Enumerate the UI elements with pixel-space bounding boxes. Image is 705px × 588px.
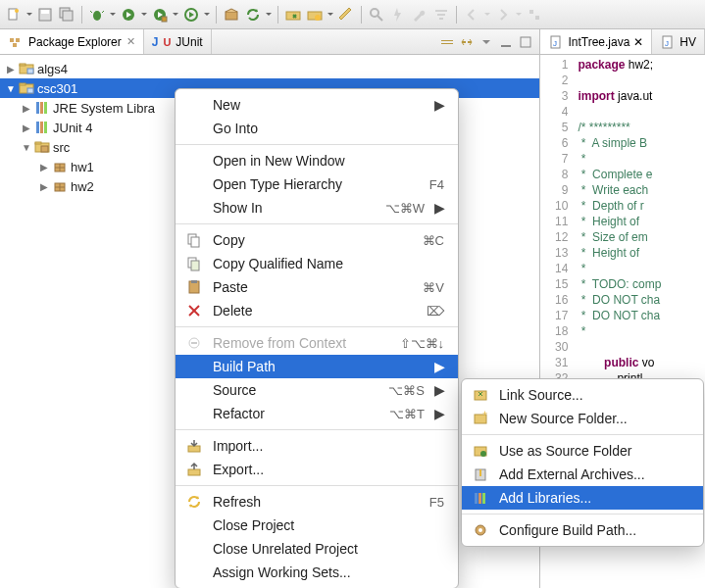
tab-package-explorer[interactable]: Package Explorer ✕: [0, 29, 144, 54]
menu-item-refresh[interactable]: RefreshF5: [176, 490, 458, 514]
close-icon[interactable]: ✕: [126, 35, 135, 48]
menu-label: Delete: [213, 303, 393, 318]
submenu-arrow-icon: ▶: [434, 359, 444, 374]
twisty-icon[interactable]: ▶: [22, 122, 31, 133]
wrench-icon[interactable]: [410, 5, 429, 24]
svg-rect-33: [27, 69, 33, 74]
step-icon[interactable]: [525, 5, 544, 24]
menu-item-show-in[interactable]: Show In⌥⌘W▶: [176, 196, 458, 220]
svg-rect-29: [501, 45, 511, 47]
cycle-icon[interactable]: [243, 5, 263, 24]
accelerator: ⌥⌘S: [388, 383, 425, 398]
menu-item-close-unrelated-project[interactable]: Close Unrelated Project: [176, 537, 458, 561]
menu-item-close-project[interactable]: Close Project: [176, 514, 458, 537]
twisty-icon[interactable]: ▶: [39, 162, 49, 172]
tree-label: hw1: [71, 160, 94, 174]
menu-item-open-in-new-window[interactable]: Open in New Window: [176, 149, 458, 172]
menu-label: Export...: [213, 462, 444, 477]
twisty-icon[interactable]: ▼: [22, 142, 31, 153]
menu-item-delete[interactable]: Delete⌦: [176, 299, 458, 322]
new-icon[interactable]: [4, 5, 24, 24]
menu-item-refactor[interactable]: Refactor⌥⌘T▶: [176, 402, 458, 425]
svg-point-75: [478, 528, 482, 532]
svg-rect-24: [10, 38, 14, 42]
menu-icon[interactable]: [478, 34, 494, 50]
context-submenu: Link Source...+New Source Folder...Use a…: [461, 378, 704, 547]
menu-item-remove-from-context: Remove from Context⇧⌥⌘↓: [176, 331, 458, 355]
menu-item-source[interactable]: Source⌥⌘S▶: [176, 378, 458, 402]
svg-rect-45: [41, 146, 48, 152]
tree-label: algs4: [37, 62, 68, 76]
menu-item-add-external-archives[interactable]: Add External Archives...: [462, 463, 703, 486]
menu-label: Configure Build Path...: [499, 522, 689, 538]
maximize-icon[interactable]: [518, 34, 533, 50]
svg-text:+: +: [482, 411, 487, 418]
svg-text:J: J: [665, 39, 669, 48]
save-icon[interactable]: [35, 5, 55, 24]
svg-rect-20: [437, 14, 445, 16]
folder-green-icon[interactable]: [283, 5, 303, 24]
menu-item-go-into[interactable]: Go Into: [176, 117, 458, 140]
package-icon[interactable]: [222, 5, 241, 24]
filter-icon[interactable]: [431, 5, 451, 24]
menu-item-open-type-hierarchy[interactable]: Open Type HierarchyF4: [176, 172, 458, 196]
accelerator: ⇧⌥⌘↓: [400, 336, 445, 351]
link-icon[interactable]: [459, 34, 475, 50]
svg-rect-30: [521, 37, 530, 47]
view-header: Package Explorer ✕ JU JUnit: [0, 29, 539, 55]
tree-label: JRE System Libra: [53, 101, 155, 116]
menu-item-copy[interactable]: Copy⌘C: [176, 228, 458, 252]
menu-item-configure-build-path[interactable]: Configure Build Path...: [462, 518, 703, 542]
run-ext-icon[interactable]: [150, 5, 170, 24]
menu-label: Add External Archives...: [499, 466, 689, 482]
flash-icon[interactable]: [388, 5, 408, 24]
usesrc-icon: [472, 443, 489, 459]
submenu-arrow-icon: ▶: [434, 382, 444, 398]
tree-item-algs4[interactable]: ▶algs4: [0, 59, 539, 78]
svg-rect-23: [535, 16, 539, 20]
twisty-icon[interactable]: ▶: [6, 64, 16, 74]
tab-junit[interactable]: JU JUnit: [144, 29, 212, 54]
menu-item-build-path[interactable]: Build Path▶: [176, 355, 458, 378]
main-toolbar: [0, 0, 705, 29]
svg-rect-72: [478, 493, 481, 504]
menu-item-copy-qualified-name[interactable]: Copy Qualified Name: [176, 252, 458, 275]
menu-item-import[interactable]: Import...: [176, 434, 458, 458]
twisty-icon[interactable]: ▼: [6, 83, 16, 94]
run-last-icon[interactable]: [181, 5, 201, 24]
save-all-icon[interactable]: [57, 5, 76, 24]
folder-yellow-icon[interactable]: [305, 5, 325, 24]
collapse-icon[interactable]: [439, 34, 455, 50]
bug-icon[interactable]: [87, 5, 107, 24]
menu-item-new-source-folder[interactable]: +New Source Folder...: [462, 407, 703, 430]
menu-item-export[interactable]: Export...: [176, 458, 458, 481]
svg-rect-71: [475, 493, 478, 504]
minimize-icon[interactable]: [498, 34, 514, 50]
twisty-icon[interactable]: ▶: [22, 103, 31, 114]
svg-rect-53: [191, 237, 199, 247]
twisty-icon[interactable]: ▶: [39, 181, 49, 192]
menu-item-link-source[interactable]: Link Source...: [462, 383, 703, 407]
menu-item-add-libraries[interactable]: Add Libraries...: [462, 486, 703, 510]
svg-rect-37: [36, 102, 39, 114]
menu-item-assign-working-sets[interactable]: Assign Working Sets...: [176, 561, 458, 584]
submenu-arrow-icon: ▶: [434, 406, 444, 421]
menu-label: Copy Qualified Name: [213, 256, 444, 271]
menu-item-use-as-source-folder[interactable]: Use as Source Folder: [462, 439, 703, 463]
brush-icon[interactable]: [336, 5, 356, 24]
menu-label: Go Into: [213, 121, 444, 136]
menu-item-paste[interactable]: Paste⌘V: [176, 275, 458, 299]
menu-label: Close Unrelated Project: [213, 541, 444, 557]
tab-hv[interactable]: J HV: [652, 29, 705, 54]
next-icon[interactable]: [493, 5, 513, 24]
tab-inttree[interactable]: J IntTree.java ✕: [540, 29, 652, 54]
run-icon[interactable]: [119, 5, 138, 24]
menu-item-new[interactable]: New▶: [176, 93, 458, 117]
svg-line-7: [90, 11, 92, 13]
search-icon[interactable]: [367, 5, 386, 24]
svg-rect-32: [20, 64, 25, 66]
menu-label: Show In: [213, 200, 352, 216]
config-icon: [472, 522, 489, 538]
prev-icon[interactable]: [462, 5, 481, 24]
close-icon[interactable]: ✕: [633, 35, 643, 49]
